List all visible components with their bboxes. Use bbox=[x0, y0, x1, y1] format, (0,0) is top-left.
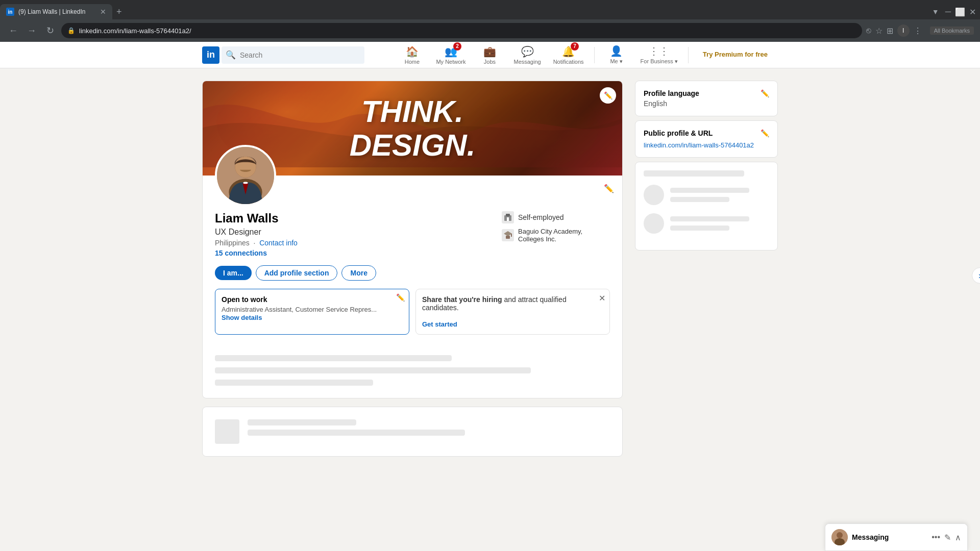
svg-rect-8 bbox=[507, 217, 509, 221]
loading-text-2 bbox=[670, 216, 769, 231]
public-url-link[interactable]: linkedin.com/in/liam-walls-5764401a2 bbox=[644, 141, 754, 149]
address-bar[interactable]: 🔒 linkedin.com/in/liam-walls-5764401a2/ bbox=[61, 23, 862, 38]
loading-avatar-2 bbox=[644, 213, 664, 234]
employer-icon bbox=[502, 211, 514, 223]
hiring-title: Share that you're hiring bbox=[422, 295, 502, 304]
minimize-button[interactable]: ─ bbox=[945, 7, 951, 16]
nav-item-me[interactable]: 👤 Me ▾ bbox=[599, 42, 634, 68]
sidebar-loading-row-2 bbox=[644, 213, 769, 234]
profile-language-edit-button[interactable]: ✏️ bbox=[761, 89, 769, 97]
nav-item-home[interactable]: 🏠 Home bbox=[394, 42, 430, 68]
public-profile-section: Public profile & URL ✏️ bbox=[644, 129, 769, 137]
profile-widgets: ✏️ Open to work Administrative Assistant… bbox=[203, 289, 622, 343]
nav-item-messaging[interactable]: 💬 Messaging bbox=[507, 42, 547, 68]
hiring-card: ✕ Share that you're hiring and attract q… bbox=[415, 289, 610, 335]
school-name: Baguio City Academy, Colleges Inc. bbox=[518, 228, 610, 243]
tab-search-icon[interactable]: ⊞ bbox=[887, 26, 893, 36]
profile-icon[interactable]: I bbox=[897, 24, 910, 37]
svg-marker-9 bbox=[504, 231, 512, 236]
open-to-work-card: ✏️ Open to work Administrative Assistant… bbox=[215, 289, 409, 335]
open-to-work-edit-button[interactable]: ✏️ bbox=[396, 293, 405, 302]
main-content: THINK. DESIGN. ✏️ bbox=[202, 68, 778, 469]
lock-icon: 🔒 bbox=[67, 27, 75, 34]
loading-bar-1 bbox=[215, 355, 452, 361]
iam-button[interactable]: I am... bbox=[215, 266, 252, 280]
svg-rect-11 bbox=[511, 234, 512, 237]
messaging-label: Messaging bbox=[513, 59, 541, 65]
jobs-icon: 💼 bbox=[483, 45, 496, 58]
open-to-work-desc: Administrative Assistant, Customer Servi… bbox=[222, 306, 403, 313]
bookmark-star-icon[interactable]: ☆ bbox=[875, 26, 883, 36]
notifications-icon: 🔔 7 bbox=[562, 45, 575, 58]
public-profile-card: Public profile & URL ✏️ linkedin.com/in/… bbox=[635, 120, 778, 158]
profile-loading bbox=[203, 343, 622, 398]
premium-link[interactable]: Try Premium for free bbox=[699, 51, 772, 59]
profile-name: Liam Walls bbox=[215, 211, 502, 226]
reload-button[interactable]: ↻ bbox=[43, 23, 57, 38]
close-tab-button[interactable]: ✕ bbox=[100, 8, 106, 16]
show-details-link[interactable]: Show details bbox=[222, 314, 262, 321]
linkedin-logo[interactable]: in bbox=[202, 46, 219, 64]
cover-text-line2: DESIGN. bbox=[350, 129, 476, 162]
loading-text-line-2 bbox=[670, 197, 729, 202]
cover-edit-button[interactable]: ✏️ bbox=[600, 87, 616, 104]
network-label: My Network bbox=[436, 59, 465, 65]
contact-info-link[interactable]: Contact info bbox=[259, 239, 298, 247]
loading-row-1 bbox=[215, 419, 610, 444]
back-button[interactable]: ← bbox=[6, 23, 20, 38]
browser-tab[interactable]: in (9) Liam Walls | LinkedIn ✕ bbox=[0, 4, 112, 19]
business-label: For Business ▾ bbox=[641, 58, 678, 65]
search-box[interactable]: 🔍 bbox=[222, 46, 364, 64]
home-label: Home bbox=[405, 59, 420, 65]
forward-button[interactable]: → bbox=[24, 23, 39, 38]
below-card-loading bbox=[202, 407, 623, 457]
new-tab-button[interactable]: + bbox=[116, 7, 122, 17]
nav-item-jobs[interactable]: 💼 Jobs bbox=[472, 42, 507, 68]
profile-info: ✏️ Liam Walls UX Designer Philippines · … bbox=[203, 176, 622, 289]
more-button[interactable]: More bbox=[341, 265, 376, 281]
nav-item-premium[interactable]: Try Premium for free bbox=[693, 42, 778, 68]
jobs-label: Jobs bbox=[484, 59, 496, 65]
sidebar-loading-1 bbox=[635, 162, 778, 251]
hiring-close-button[interactable]: ✕ bbox=[599, 293, 605, 303]
loading-line-2 bbox=[248, 430, 465, 436]
browser-tab-bar: in (9) Liam Walls | LinkedIn ✕ + ▼ ─ ⬜ ✕ bbox=[0, 0, 980, 19]
get-started-link[interactable]: Get started bbox=[422, 320, 457, 328]
connections-count[interactable]: 15 connections bbox=[215, 249, 502, 257]
cover-text-line1: THINK. bbox=[350, 95, 476, 129]
nav-divider-2 bbox=[688, 47, 689, 63]
public-profile-edit-button[interactable]: ✏️ bbox=[761, 129, 769, 137]
maximize-button[interactable]: ⬜ bbox=[955, 7, 965, 17]
browser-nav-bar: ← → ↻ 🔒 linkedin.com/in/liam-walls-57644… bbox=[0, 19, 980, 42]
nav-item-network[interactable]: 👥 2 My Network bbox=[430, 42, 472, 68]
search-input[interactable] bbox=[240, 51, 342, 59]
nav-item-notifications[interactable]: 🔔 7 Notifications bbox=[547, 42, 590, 68]
sidebar-loading-row-1 bbox=[644, 185, 769, 205]
loading-bar-2 bbox=[215, 367, 531, 373]
browser-chrome: in (9) Liam Walls | LinkedIn ✕ + ▼ ─ ⬜ ✕… bbox=[0, 0, 980, 42]
hiring-text: Share that you're hiring and attract qua… bbox=[422, 295, 603, 312]
profile-language-title: Profile language bbox=[644, 89, 699, 97]
profile-language-card: Profile language ✏️ English bbox=[635, 81, 778, 116]
profile-edit-button[interactable]: ✏️ bbox=[604, 184, 614, 193]
network-icon: 👥 2 bbox=[445, 45, 457, 58]
extensions-icon[interactable]: ⋮ bbox=[914, 26, 922, 36]
tab-title: (9) Liam Walls | LinkedIn bbox=[18, 8, 96, 15]
profile-avatar-wrap bbox=[215, 145, 276, 206]
add-profile-section-button[interactable]: Add profile section bbox=[256, 265, 338, 281]
nav-divider bbox=[594, 47, 595, 63]
tab-dropdown[interactable]: ▼ bbox=[932, 8, 939, 16]
nav-item-business[interactable]: ⋮⋮ For Business ▾ bbox=[634, 42, 684, 68]
avatar-svg bbox=[217, 145, 274, 206]
nav-items: 🏠 Home 👥 2 My Network 💼 Jobs 💬 Messa bbox=[394, 42, 778, 68]
loading-text-block bbox=[248, 419, 610, 436]
svg-rect-10 bbox=[506, 236, 510, 239]
loading-bar-3 bbox=[215, 380, 373, 386]
cast-icon[interactable]: ⎋ bbox=[866, 26, 871, 35]
public-profile-url: linkedin.com/in/liam-walls-5764401a2 bbox=[644, 141, 769, 149]
close-window-button[interactable]: ✕ bbox=[969, 7, 976, 17]
cover-text-block: THINK. DESIGN. bbox=[350, 95, 476, 162]
home-icon: 🏠 bbox=[406, 45, 419, 58]
profile-language-section: Profile language ✏️ bbox=[644, 89, 769, 97]
svg-rect-7 bbox=[506, 214, 510, 216]
